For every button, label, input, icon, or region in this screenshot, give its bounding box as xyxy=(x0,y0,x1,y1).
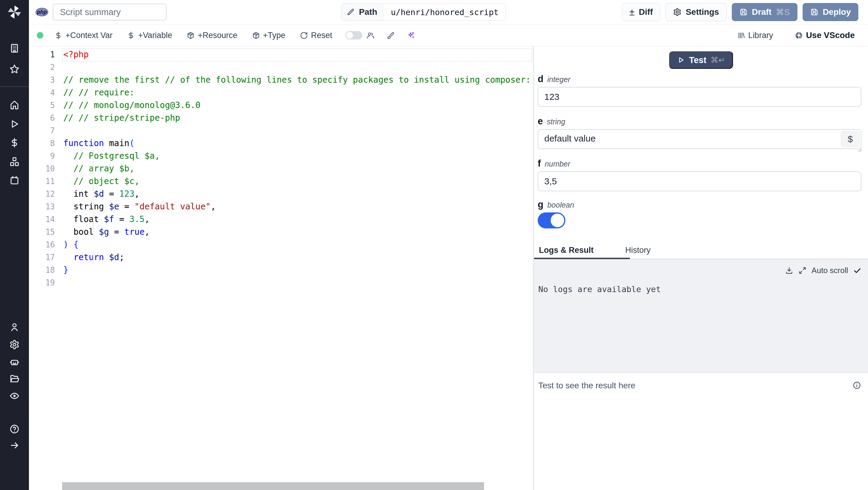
tab-logs-result[interactable]: Logs & Result xyxy=(539,246,594,255)
toggle-knob xyxy=(551,213,564,227)
content-row: 12345678910111213141516171819 <?php// re… xyxy=(29,47,868,490)
code-editor[interactable]: 12345678910111213141516171819 <?php// re… xyxy=(29,47,533,490)
editor-toolbar: +Context Var +Variable +Resource +Type R… xyxy=(29,24,868,47)
topbar-actions: ± Diff Settings Draft ⌘S Deploy xyxy=(622,3,858,21)
arg-textarea-e[interactable]: default value xyxy=(538,129,861,149)
building-icon[interactable] xyxy=(9,43,20,53)
users-icon[interactable] xyxy=(367,31,375,39)
arg-type-e: string xyxy=(547,117,565,126)
toggle-knob xyxy=(346,32,353,39)
bot-icon[interactable] xyxy=(9,357,20,367)
ai-sparkles-icon[interactable] xyxy=(407,31,415,39)
code-line: // object $c, xyxy=(63,175,533,188)
arg-label-e: e string xyxy=(538,116,861,127)
add-context-var-label: +Context Var xyxy=(65,31,113,40)
use-vscode-button[interactable]: Use VScode xyxy=(795,30,855,40)
indent-guide xyxy=(93,251,93,264)
arg-label-g: g boolean xyxy=(538,199,861,210)
test-shortcut: ⌘↵ xyxy=(711,56,725,65)
folder-open-icon[interactable] xyxy=(9,374,20,384)
top-bar: php Path u/henri/honored_script ± Diff S… xyxy=(29,0,868,24)
code-lines: <?php// remove the first // of the follo… xyxy=(63,48,533,289)
add-variable-button[interactable]: +Variable xyxy=(127,31,172,40)
main-area: php Path u/henri/honored_script ± Diff S… xyxy=(29,0,868,490)
dollar-icon[interactable] xyxy=(9,138,20,148)
code-line: bool $g = true, xyxy=(63,226,533,238)
draft-button[interactable]: Draft ⌘S xyxy=(732,3,798,21)
package-icon xyxy=(252,31,260,39)
insert-variable-button[interactable]: $ xyxy=(841,131,860,147)
add-resource-button[interactable]: +Resource xyxy=(187,31,237,40)
reset-button[interactable]: Reset xyxy=(300,31,333,40)
home-icon[interactable] xyxy=(9,100,20,110)
left-sidebar xyxy=(0,0,29,490)
code-line: // array $b, xyxy=(63,162,533,175)
add-resource-label: +Resource xyxy=(198,31,237,40)
help-icon[interactable] xyxy=(9,424,20,434)
arguments-form: d integer e string default value $ xyxy=(534,69,868,228)
dollar-icon xyxy=(54,31,62,39)
arg-name-f: f xyxy=(538,158,541,169)
php-language-badge: php xyxy=(36,8,48,16)
windmill-logo-icon[interactable] xyxy=(7,4,22,20)
script-summary-input[interactable] xyxy=(53,4,167,21)
add-context-var-button[interactable]: +Context Var xyxy=(54,31,113,40)
check-icon[interactable] xyxy=(853,266,861,275)
path-value: u/henri/honored_script xyxy=(384,7,506,17)
result-panel: Test to see the result here xyxy=(534,373,868,490)
result-placeholder: Test to see the result here xyxy=(538,381,635,391)
settings-button[interactable]: Settings xyxy=(665,3,726,21)
arg-name-g: g xyxy=(538,199,544,210)
arg-field-e: default value $ xyxy=(538,129,861,149)
arg-input-f[interactable] xyxy=(538,171,861,191)
eye-icon[interactable] xyxy=(9,391,20,401)
resize-grip-icon[interactable] xyxy=(856,146,863,153)
arg-type-g: boolean xyxy=(547,201,574,209)
code-line: } xyxy=(63,264,533,277)
settings-icon[interactable] xyxy=(9,340,20,350)
library-button[interactable]: Library xyxy=(737,31,773,40)
info-icon[interactable] xyxy=(852,381,861,390)
arg-input-d[interactable] xyxy=(538,87,861,107)
code-line: // // monolog/monolog@3.6.0 xyxy=(63,99,533,112)
library-label: Library xyxy=(748,31,773,40)
save-icon xyxy=(810,8,818,16)
code-line xyxy=(63,277,533,289)
boxes-icon[interactable] xyxy=(9,156,20,167)
calendar-icon[interactable] xyxy=(9,175,20,185)
refresh-icon xyxy=(300,31,308,39)
horizontal-scrollbar[interactable] xyxy=(62,482,484,490)
code-line: float $f = 3.5, xyxy=(63,213,533,226)
code-line: // remove the first // of the following … xyxy=(63,74,533,86)
diff-button-label: Diff xyxy=(639,7,653,17)
play-icon xyxy=(677,56,685,64)
path-widget[interactable]: Path u/henri/honored_script xyxy=(341,3,506,21)
autoscroll-label[interactable]: Auto scroll xyxy=(812,266,848,275)
arg-name-d: d xyxy=(538,74,544,85)
arg-toggle-g[interactable] xyxy=(538,212,565,228)
download-icon[interactable] xyxy=(785,266,793,275)
deploy-button[interactable]: Deploy xyxy=(803,3,858,21)
arg-label-f: f number xyxy=(538,158,861,169)
format-brush-icon[interactable] xyxy=(387,31,395,39)
test-button[interactable]: Test ⌘↵ xyxy=(669,51,733,69)
draft-shortcut: ⌘S xyxy=(776,7,790,17)
diff-button[interactable]: ± Diff xyxy=(622,3,660,21)
multiplayer-toggle[interactable] xyxy=(345,31,362,39)
toolbar-right: Library Use VScode xyxy=(737,30,855,40)
add-type-button[interactable]: +Type xyxy=(252,31,285,40)
result-tabs: Logs & Result History xyxy=(534,242,868,259)
path-label: Path xyxy=(359,7,377,17)
code-line: // // stripe/stripe-php xyxy=(63,112,533,124)
play-icon[interactable] xyxy=(9,119,20,129)
tab-history[interactable]: History xyxy=(625,246,651,255)
pencil-icon xyxy=(347,8,355,16)
arrow-right-icon[interactable] xyxy=(9,440,20,451)
star-icon[interactable] xyxy=(9,64,20,74)
arg-type-d: integer xyxy=(547,75,570,84)
user-icon[interactable] xyxy=(9,322,20,332)
save-icon xyxy=(739,8,748,16)
expand-icon[interactable] xyxy=(798,266,807,275)
path-label-segment: Path xyxy=(341,4,384,21)
arg-name-e: e xyxy=(538,116,543,127)
